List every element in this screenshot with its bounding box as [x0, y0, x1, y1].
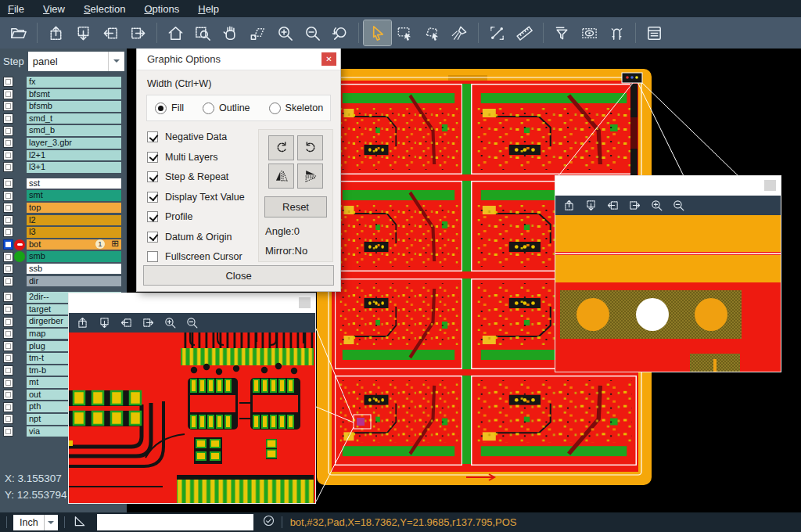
reset-button[interactable]: Reset — [264, 196, 327, 217]
layer-checkbox[interactable] — [3, 101, 13, 111]
zoom-in-button[interactable] — [271, 20, 299, 45]
checkbox-profile[interactable]: Profile — [147, 211, 258, 222]
pan-down-icon[interactable] — [584, 199, 598, 212]
layer-name[interactable]: top — [27, 203, 121, 214]
pan-right-icon[interactable] — [142, 316, 155, 329]
magnifier-content-pads[interactable] — [555, 215, 781, 372]
layer-row-smt[interactable]: smt — [0, 189, 127, 202]
layer-name[interactable]: layer_3.gbr — [27, 138, 121, 149]
layer-name[interactable]: bfsmb — [27, 101, 121, 112]
select-rectangle-button[interactable] — [391, 20, 418, 45]
layer-checkbox[interactable] — [3, 138, 13, 148]
layer-name[interactable]: l2+1 — [27, 150, 121, 161]
layer-row-sst[interactable]: sst — [0, 178, 127, 190]
select-cursor-button[interactable] — [364, 20, 391, 45]
layer-name[interactable]: l3 — [27, 227, 121, 238]
layer-checkbox[interactable] — [3, 191, 13, 201]
layer-name[interactable]: smd_t — [27, 113, 121, 124]
layer-checkbox[interactable] — [3, 126, 13, 136]
command-input[interactable] — [97, 514, 253, 530]
layer-checkbox[interactable] — [3, 150, 13, 160]
window-button[interactable] — [764, 180, 776, 191]
report-button[interactable] — [641, 20, 668, 45]
layer-checkbox[interactable] — [3, 317, 13, 327]
menu-file[interactable]: File — [8, 3, 24, 15]
layer-name[interactable]: smb — [27, 251, 121, 262]
select-polygon-button[interactable] — [418, 20, 446, 45]
layer-name[interactable]: sst — [27, 178, 121, 189]
layer-name[interactable]: smd_b — [27, 125, 121, 136]
layer-checkbox[interactable] — [3, 162, 13, 172]
magnifier-titlebar[interactable] — [555, 176, 781, 196]
layer-checkbox[interactable] — [3, 215, 13, 225]
layer-name[interactable]: fx — [27, 77, 121, 88]
layer-name[interactable]: l3+1 — [27, 162, 121, 173]
layer-checkbox[interactable] — [3, 89, 13, 99]
layer-row-layer_3.gbr[interactable]: layer_3.gbr — [0, 137, 127, 149]
menu-options[interactable]: Options — [144, 3, 179, 15]
corner-mode-icon[interactable] — [73, 514, 87, 531]
layer-name[interactable]: bot1⊞ — [27, 239, 121, 250]
layer-name[interactable]: bfsmt — [27, 89, 121, 100]
checkbox-fullscreen-cursor[interactable]: Fullscreen Cursor — [147, 251, 258, 262]
layer-checkbox[interactable] — [3, 402, 13, 412]
layer-checkbox[interactable] — [3, 341, 13, 351]
layer-row-top[interactable]: top — [0, 202, 127, 214]
layer-checkbox[interactable] — [3, 329, 13, 339]
pan-right-icon[interactable] — [628, 199, 641, 212]
layer-checkbox[interactable] — [3, 203, 13, 213]
close-icon[interactable]: ✕ — [321, 52, 336, 66]
layer-name[interactable]: smt — [27, 190, 121, 201]
zoom-in-icon[interactable] — [650, 199, 663, 212]
pan-right-button[interactable] — [124, 20, 152, 45]
layer-checkbox[interactable] — [3, 353, 13, 363]
zoom-previous-button[interactable] — [326, 20, 354, 45]
checkbox-display-text-value[interactable]: Display Text Value — [147, 192, 258, 203]
pan-down-icon[interactable] — [98, 316, 111, 329]
pan-left-icon[interactable] — [606, 199, 620, 212]
open-file-button[interactable] — [5, 20, 32, 45]
checkbox-datum-origin[interactable]: Datum & Origin — [147, 232, 258, 243]
pan-down-button[interactable] — [70, 20, 97, 45]
layer-checkbox[interactable] — [3, 252, 13, 262]
layer-row-smd_t[interactable]: smd_t — [0, 113, 127, 125]
magnifier-titlebar[interactable] — [69, 293, 315, 313]
magnifier-content-traces[interactable] — [69, 332, 315, 503]
pan-left-icon[interactable] — [120, 316, 133, 329]
radio-outline[interactable]: Outline — [203, 102, 250, 114]
window-button[interactable] — [299, 297, 311, 308]
zoom-out-button[interactable] — [299, 20, 326, 45]
close-button[interactable]: Close — [143, 265, 334, 286]
mirror-horizontal-button[interactable] — [297, 164, 323, 189]
pan-hand-button[interactable] — [217, 20, 244, 45]
layer-name[interactable]: dir — [27, 276, 121, 287]
dialog-titlebar[interactable]: Graphic Options ✕ — [137, 49, 340, 70]
zoom-out-icon[interactable] — [185, 316, 199, 329]
checkbox-step-repeat[interactable]: Step & Repeat — [147, 171, 258, 182]
menu-help[interactable]: Help — [198, 3, 219, 15]
clean-brush-button[interactable] — [446, 20, 473, 45]
layer-row-bot[interactable]: bot1⊞ — [0, 239, 127, 251]
layer-row-l2[interactable]: l2 — [0, 214, 127, 227]
home-view-button[interactable] — [162, 20, 189, 45]
layer-row-bfsmb[interactable]: bfsmb — [0, 100, 127, 113]
checkbox-negative-data[interactable]: Negative Data — [147, 131, 258, 142]
layer-row-smb[interactable]: smb — [0, 250, 127, 263]
step-select[interactable]: panel — [28, 52, 124, 71]
pan-up-icon[interactable] — [76, 316, 89, 329]
magnifier-window-top-right[interactable] — [555, 176, 781, 372]
measure-button[interactable] — [483, 20, 511, 45]
mirror-vertical-button[interactable] — [268, 164, 294, 189]
snap-magnet-button[interactable] — [603, 20, 630, 45]
view-box-button[interactable] — [576, 20, 603, 45]
menu-selection[interactable]: Selection — [84, 3, 125, 15]
layer-row-dir[interactable]: dir — [0, 275, 127, 288]
rotate-ccw-button[interactable] — [297, 135, 323, 160]
rotate-cw-button[interactable] — [268, 135, 294, 160]
pan-up-button[interactable] — [42, 20, 70, 45]
layer-row-l3[interactable]: l3 — [0, 226, 127, 239]
zoom-polygon-button[interactable] — [244, 20, 271, 45]
menu-view[interactable]: View — [43, 3, 65, 15]
layer-checkbox[interactable] — [3, 264, 13, 274]
check-circle-icon[interactable] — [262, 514, 275, 530]
